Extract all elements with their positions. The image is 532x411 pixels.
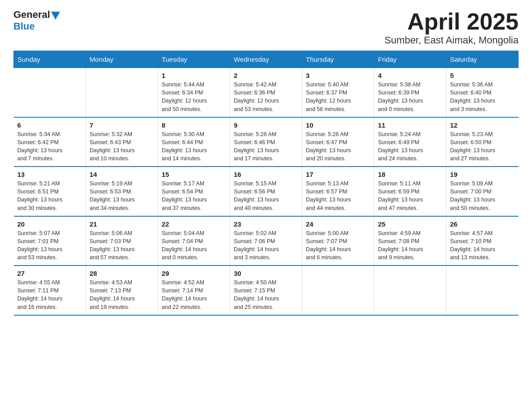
calendar-cell: 29Sunrise: 4:52 AM Sunset: 7:14 PM Dayli… (158, 265, 230, 315)
calendar-subtitle: Sumber, East Aimak, Mongolia (384, 34, 519, 46)
day-info: Sunrise: 5:17 AM Sunset: 6:54 PM Dayligh… (162, 180, 226, 212)
day-number: 15 (162, 171, 226, 178)
calendar-cell: 12Sunrise: 5:23 AM Sunset: 6:50 PM Dayli… (446, 117, 519, 167)
calendar-table: SundayMondayTuesdayWednesdayThursdayFrid… (13, 51, 519, 316)
day-info: Sunrise: 5:15 AM Sunset: 6:56 PM Dayligh… (234, 180, 298, 212)
calendar-cell: 26Sunrise: 4:57 AM Sunset: 7:10 PM Dayli… (446, 216, 519, 266)
day-number: 29 (162, 270, 226, 277)
day-info: Sunrise: 5:40 AM Sunset: 6:37 PM Dayligh… (306, 81, 370, 113)
calendar-cell: 30Sunrise: 4:50 AM Sunset: 7:15 PM Dayli… (230, 265, 302, 315)
day-number: 5 (450, 72, 515, 79)
day-number: 24 (306, 220, 370, 228)
day-info: Sunrise: 5:04 AM Sunset: 7:04 PM Dayligh… (162, 229, 226, 262)
day-number: 1 (162, 72, 226, 79)
day-of-week-tuesday: Tuesday (158, 51, 230, 68)
calendar-cell: 8Sunrise: 5:30 AM Sunset: 6:44 PM Daylig… (158, 117, 230, 167)
page-header: General Blue April 2025 Sumber, East Aim… (13, 9, 519, 46)
day-number: 9 (234, 121, 298, 129)
calendar-header: SundayMondayTuesdayWednesdayThursdayFrid… (14, 51, 519, 68)
day-number: 11 (378, 121, 442, 129)
calendar-cell: 19Sunrise: 5:09 AM Sunset: 7:00 PM Dayli… (446, 167, 519, 216)
calendar-cell (374, 265, 446, 315)
day-info: Sunrise: 5:00 AM Sunset: 7:07 PM Dayligh… (306, 229, 370, 262)
day-info: Sunrise: 4:59 AM Sunset: 7:08 PM Dayligh… (378, 229, 442, 262)
day-info: Sunrise: 5:26 AM Sunset: 6:47 PM Dayligh… (306, 130, 370, 163)
day-number: 4 (378, 72, 442, 79)
calendar-cell: 14Sunrise: 5:19 AM Sunset: 6:53 PM Dayli… (86, 167, 158, 216)
day-number: 2 (234, 72, 298, 79)
day-number: 17 (306, 171, 370, 178)
day-info: Sunrise: 5:42 AM Sunset: 6:36 PM Dayligh… (234, 81, 298, 113)
calendar-cell: 13Sunrise: 5:21 AM Sunset: 6:51 PM Dayli… (14, 167, 86, 216)
day-number: 23 (234, 220, 298, 228)
day-info: Sunrise: 5:23 AM Sunset: 6:50 PM Dayligh… (450, 130, 515, 163)
day-info: Sunrise: 5:07 AM Sunset: 7:01 PM Dayligh… (17, 229, 82, 262)
calendar-cell: 24Sunrise: 5:00 AM Sunset: 7:07 PM Dayli… (302, 216, 374, 266)
calendar-week-row: 6Sunrise: 5:34 AM Sunset: 6:42 PM Daylig… (14, 117, 519, 167)
day-info: Sunrise: 5:02 AM Sunset: 7:06 PM Dayligh… (234, 229, 298, 262)
day-number: 21 (90, 220, 154, 228)
calendar-cell: 9Sunrise: 5:28 AM Sunset: 6:46 PM Daylig… (230, 117, 302, 167)
day-number: 25 (378, 220, 442, 228)
calendar-cell (446, 265, 519, 315)
day-number: 3 (306, 72, 370, 79)
day-info: Sunrise: 5:30 AM Sunset: 6:44 PM Dayligh… (162, 130, 226, 163)
day-of-week-wednesday: Wednesday (230, 51, 302, 68)
day-info: Sunrise: 5:09 AM Sunset: 7:00 PM Dayligh… (450, 180, 515, 212)
calendar-cell: 27Sunrise: 4:55 AM Sunset: 7:11 PM Dayli… (14, 265, 86, 315)
day-number: 12 (450, 121, 515, 129)
day-info: Sunrise: 4:57 AM Sunset: 7:10 PM Dayligh… (450, 229, 515, 262)
calendar-cell: 11Sunrise: 5:24 AM Sunset: 6:49 PM Dayli… (374, 117, 446, 167)
calendar-cell: 15Sunrise: 5:17 AM Sunset: 6:54 PM Dayli… (158, 167, 230, 216)
day-of-week-saturday: Saturday (446, 51, 519, 68)
calendar-cell: 16Sunrise: 5:15 AM Sunset: 6:56 PM Dayli… (230, 167, 302, 216)
calendar-cell: 17Sunrise: 5:13 AM Sunset: 6:57 PM Dayli… (302, 167, 374, 216)
logo-triangle-icon (51, 12, 60, 20)
calendar-cell: 5Sunrise: 5:36 AM Sunset: 6:40 PM Daylig… (446, 68, 519, 117)
day-info: Sunrise: 5:19 AM Sunset: 6:53 PM Dayligh… (90, 180, 154, 212)
day-number: 16 (234, 171, 298, 178)
calendar-cell: 23Sunrise: 5:02 AM Sunset: 7:06 PM Dayli… (230, 216, 302, 266)
day-info: Sunrise: 5:06 AM Sunset: 7:03 PM Dayligh… (90, 229, 154, 262)
calendar-week-row: 1Sunrise: 5:44 AM Sunset: 6:34 PM Daylig… (14, 68, 519, 117)
calendar-cell: 22Sunrise: 5:04 AM Sunset: 7:04 PM Dayli… (158, 216, 230, 266)
calendar-cell: 10Sunrise: 5:26 AM Sunset: 6:47 PM Dayli… (302, 117, 374, 167)
day-info: Sunrise: 5:44 AM Sunset: 6:34 PM Dayligh… (162, 81, 226, 113)
day-number: 22 (162, 220, 226, 228)
logo-general-text: General (13, 9, 50, 21)
day-number: 27 (17, 270, 82, 277)
calendar-cell: 25Sunrise: 4:59 AM Sunset: 7:08 PM Dayli… (374, 216, 446, 266)
day-info: Sunrise: 5:38 AM Sunset: 6:39 PM Dayligh… (378, 81, 442, 113)
day-number: 10 (306, 121, 370, 129)
day-number: 28 (90, 270, 154, 277)
calendar-title-block: April 2025 Sumber, East Aimak, Mongolia (384, 9, 519, 46)
calendar-cell: 6Sunrise: 5:34 AM Sunset: 6:42 PM Daylig… (14, 117, 86, 167)
calendar-cell (14, 68, 86, 117)
day-info: Sunrise: 5:34 AM Sunset: 6:42 PM Dayligh… (17, 130, 82, 163)
logo: General Blue (13, 9, 60, 32)
day-info: Sunrise: 5:36 AM Sunset: 6:40 PM Dayligh… (450, 81, 515, 113)
calendar-cell: 21Sunrise: 5:06 AM Sunset: 7:03 PM Dayli… (86, 216, 158, 266)
day-info: Sunrise: 4:53 AM Sunset: 7:13 PM Dayligh… (90, 278, 154, 311)
day-number: 14 (90, 171, 154, 178)
calendar-cell: 28Sunrise: 4:53 AM Sunset: 7:13 PM Dayli… (86, 265, 158, 315)
calendar-cell: 3Sunrise: 5:40 AM Sunset: 6:37 PM Daylig… (302, 68, 374, 117)
day-number: 19 (450, 171, 515, 178)
day-info: Sunrise: 4:55 AM Sunset: 7:11 PM Dayligh… (17, 278, 82, 311)
calendar-cell: 18Sunrise: 5:11 AM Sunset: 6:59 PM Dayli… (374, 167, 446, 216)
calendar-cell: 1Sunrise: 5:44 AM Sunset: 6:34 PM Daylig… (158, 68, 230, 117)
calendar-week-row: 20Sunrise: 5:07 AM Sunset: 7:01 PM Dayli… (14, 216, 519, 266)
day-number: 13 (17, 171, 82, 178)
day-number: 18 (378, 171, 442, 178)
day-of-week-sunday: Sunday (14, 51, 86, 68)
day-info: Sunrise: 5:13 AM Sunset: 6:57 PM Dayligh… (306, 180, 370, 212)
day-info: Sunrise: 5:32 AM Sunset: 6:43 PM Dayligh… (90, 130, 154, 163)
days-of-week-row: SundayMondayTuesdayWednesdayThursdayFrid… (14, 51, 519, 68)
day-number: 6 (17, 121, 82, 129)
day-number: 8 (162, 121, 226, 129)
day-info: Sunrise: 4:52 AM Sunset: 7:14 PM Dayligh… (162, 278, 226, 311)
calendar-week-row: 13Sunrise: 5:21 AM Sunset: 6:51 PM Dayli… (14, 167, 519, 216)
day-info: Sunrise: 5:28 AM Sunset: 6:46 PM Dayligh… (234, 130, 298, 163)
calendar-cell: 20Sunrise: 5:07 AM Sunset: 7:01 PM Dayli… (14, 216, 86, 266)
day-info: Sunrise: 5:11 AM Sunset: 6:59 PM Dayligh… (378, 180, 442, 212)
